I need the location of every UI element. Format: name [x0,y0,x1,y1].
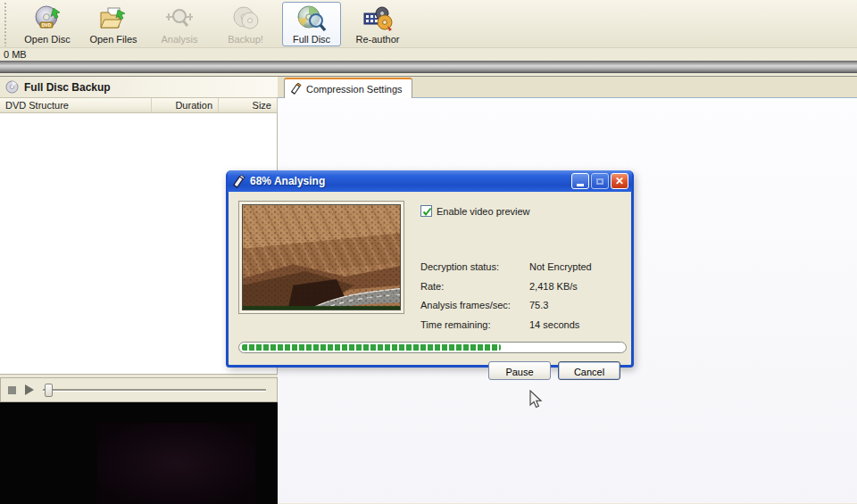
backup-icon [230,4,261,33]
stat-value: 2,418 KB/s [529,281,626,301]
dialog-title: 68% Analysing [250,175,325,187]
toolbar-button-full-disc[interactable]: Full Disc [282,2,341,46]
open-disc-icon: DVD [32,4,62,33]
preview-player-controls [0,377,278,402]
re-author-icon [362,4,393,33]
stat-value: 14 seconds [529,319,626,339]
stop-icon[interactable] [8,386,16,394]
enable-preview-checkbox[interactable] [420,205,432,217]
tab-label: Compression Settings [306,84,403,95]
toolbar-button-label: Open Disc [24,34,70,45]
stat-label: Decryption status: [420,261,529,281]
list-header: DVD Structure Duration Size [0,97,278,113]
dialog-app-icon [232,175,245,188]
svg-text:DVD: DVD [42,22,52,28]
stat-value: Not Encrypted [529,261,626,281]
close-icon[interactable]: ✕ [611,173,628,189]
pause-button[interactable]: Pause [488,361,551,380]
tab-strip: Compression Settings [278,77,857,98]
panel-title: Full Disc Backup [24,81,111,94]
play-icon[interactable] [25,384,34,395]
video-frame [97,423,255,504]
video-preview-area [0,402,278,504]
enable-preview-row: Enable video preview [420,205,530,217]
analysis-icon [164,4,195,33]
analysis-progress-bar [238,342,627,353]
stat-label: Analysis frames/sec: [420,300,529,319]
tab-compression-settings[interactable]: Compression Settings [284,78,412,98]
analysis-progress-fill [242,344,501,351]
maximize-icon [591,173,609,189]
toolbar-button-label: Re-author [356,34,400,45]
toolbar-button-label: Open Files [89,34,137,45]
main-toolbar: DVD Open Disc Open Files [0,0,857,48]
minimize-icon[interactable] [571,173,589,189]
dialog-body: Enable video preview Decryption status: … [229,192,631,365]
enable-preview-label[interactable]: Enable video preview [437,206,530,217]
stat-row: Time remaining: 14 seconds [420,319,626,339]
toolbar-button-re-author[interactable]: Re-author [348,2,407,46]
analysis-stats: Decryption status: Not Encrypted Rate: 2… [420,261,626,338]
toolbar-button-open-files[interactable]: Open Files [84,2,143,46]
capacity-bar [0,61,857,73]
stat-row: Rate: 2,418 KB/s [420,281,626,301]
analysis-video-preview [238,201,404,314]
toolbar-button-label: Analysis [162,34,198,45]
toolbar-button-label: Backup! [228,34,263,45]
stat-label: Time remaining: [420,319,529,339]
open-files-icon [98,4,129,33]
stat-label: Rate: [420,281,529,301]
column-header-dvd-structure[interactable]: DVD Structure [0,98,152,112]
seek-slider-track [43,389,266,391]
capacity-label: 0 MB [4,49,27,60]
toolbar-button-label: Full Disc [293,34,330,45]
dialog-titlebar[interactable]: 68% Analysing ✕ [228,170,632,192]
toolbar-grip[interactable] [2,2,9,46]
full-disc-icon [296,4,327,33]
capacity-size-row: 0 MB [0,49,857,61]
stat-row: Decryption status: Not Encrypted [420,261,626,281]
panel-header: Full Disc Backup [0,77,278,97]
column-header-size[interactable]: Size [219,98,277,112]
analysing-dialog: 68% Analysing ✕ [226,170,634,368]
column-header-duration[interactable]: Duration [152,98,219,112]
stat-value: 75.3 [529,300,626,319]
disc-icon [5,80,19,94]
cancel-button[interactable]: Cancel [558,361,620,380]
dvd-shrink-window: DVD Open Disc Open Files [0,0,857,504]
checkbox-check-icon [422,207,432,217]
toolbar-button-open-disc[interactable]: DVD Open Disc [18,2,77,46]
toolbar-button-analysis[interactable]: Analysis [150,2,209,46]
seek-slider[interactable] [43,383,270,397]
toolbar-button-backup[interactable]: Backup! [216,2,275,46]
stat-row: Analysis frames/sec: 75.3 [420,300,626,319]
seek-slider-thumb[interactable] [45,384,53,397]
compression-icon [290,83,302,95]
desert-road-frame [242,204,401,310]
